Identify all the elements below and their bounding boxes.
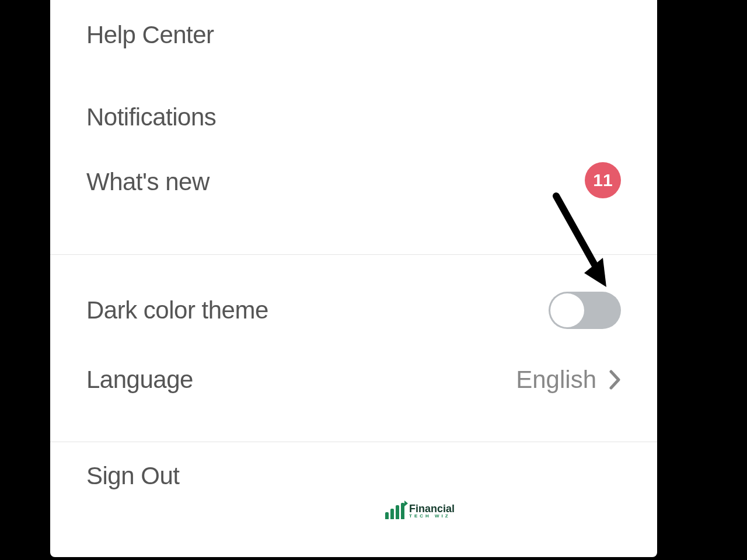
menu-item-language[interactable]: Language English [86, 366, 621, 442]
help-center-label: Help Center [86, 21, 214, 49]
menu-item-sign-out[interactable]: Sign Out [86, 442, 621, 553]
dark-theme-toggle[interactable] [549, 292, 621, 329]
watermark-sub: TECH WIZ [409, 514, 455, 519]
menu-item-notifications[interactable]: Notifications [86, 79, 621, 155]
language-label: Language [86, 366, 193, 394]
background-fragments: ⦅⦅⦅ [665, 0, 694, 233]
logo-bars-icon [385, 503, 404, 519]
language-value-wrap[interactable]: English [516, 366, 621, 394]
language-value: English [516, 366, 596, 394]
whats-new-badge: 11 [585, 162, 621, 198]
settings-menu-panel: Help Center Notifications What's new 11 … [50, 0, 657, 557]
sound-wave-icon: ⦅⦅⦅ [668, 0, 701, 28]
dark-theme-label: Dark color theme [86, 296, 268, 324]
toggle-knob [550, 293, 584, 327]
chevron-right-icon [609, 370, 621, 390]
notifications-label: Notifications [86, 103, 216, 131]
menu-item-help-center[interactable]: Help Center [86, 0, 621, 79]
watermark-brand: Financial [409, 503, 455, 514]
whats-new-label: What's new [86, 168, 210, 196]
menu-item-whats-new[interactable]: What's new 11 [86, 155, 621, 254]
sign-out-label: Sign Out [86, 462, 179, 490]
menu-item-dark-theme: Dark color theme [86, 255, 621, 366]
watermark-logo: Financial TECH WIZ [385, 503, 455, 519]
